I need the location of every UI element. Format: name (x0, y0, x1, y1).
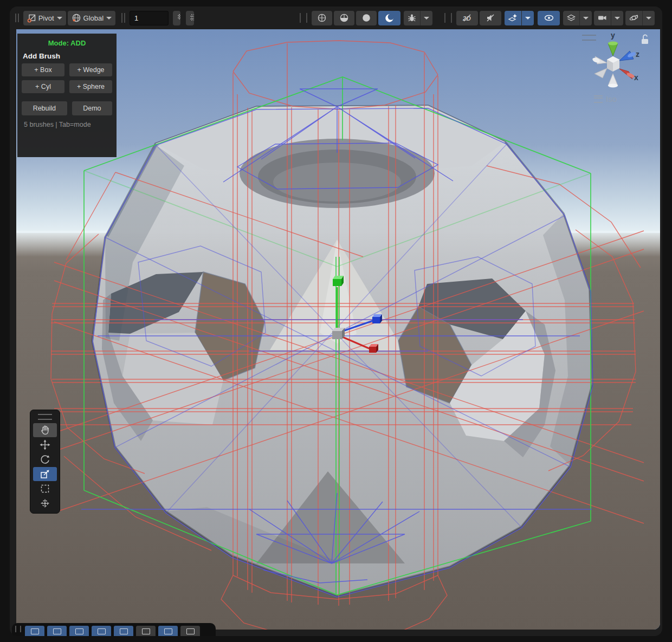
crescent-icon (384, 13, 395, 23)
bottom-toolbar (12, 623, 216, 636)
lock-icon[interactable] (642, 35, 648, 44)
tools-drag-handle[interactable] (38, 414, 52, 420)
gizmo-cube[interactable] (607, 56, 619, 72)
effects-group (505, 11, 534, 25)
half-sphere-icon (339, 13, 349, 23)
layers-group (563, 11, 592, 25)
scene-visibility-button[interactable] (538, 11, 560, 25)
gizmo-y-handle[interactable] (333, 276, 344, 286)
add-box-button[interactable]: + Box (22, 63, 64, 76)
lighting-toggle-button[interactable] (356, 11, 377, 25)
orientation-gizmo: y z x Iso (581, 30, 657, 139)
demo-button[interactable]: Demo (72, 101, 112, 115)
audio-mute-icon (486, 13, 495, 23)
global-dropdown[interactable]: Global (68, 11, 116, 25)
scene-lighting-button[interactable] (378, 11, 400, 25)
toolbar-separator (121, 13, 125, 23)
debug-caret[interactable] (420, 11, 432, 25)
chevron-down-icon (57, 17, 62, 20)
projection-toggle[interactable]: Iso (594, 94, 617, 103)
axis-y-label: y (611, 31, 615, 40)
gizmo-x-handle[interactable] (369, 344, 378, 353)
toolbar-separator (300, 13, 307, 23)
rotate-icon (40, 454, 50, 465)
bottom-toggle-2[interactable] (47, 626, 67, 636)
pivot-dropdown[interactable]: Pivot (23, 11, 66, 25)
debug-bug-icon (407, 13, 417, 23)
pivot-label: Pivot (38, 14, 54, 22)
shaded-wire-button[interactable] (334, 11, 354, 25)
layers-icon (566, 13, 576, 23)
bottom-toggle-8[interactable] (180, 626, 200, 636)
view-toggles-group: 2D (440, 11, 657, 25)
rect-tool-button[interactable] (33, 482, 57, 496)
bottom-toolbar-handle[interactable] (15, 626, 21, 632)
shading-mode-button[interactable] (312, 11, 332, 25)
rebuild-button[interactable]: Rebuild (22, 101, 67, 115)
scale-tool-button[interactable] (33, 467, 57, 481)
pivot-icon (27, 14, 36, 23)
effects-star-icon (508, 13, 518, 23)
axis-z-label: z (636, 50, 639, 59)
debug-button[interactable] (404, 11, 420, 25)
camera-group (594, 11, 623, 25)
wire-sphere-icon (317, 13, 327, 23)
grid-axis-icon: Y (176, 13, 181, 23)
grid-axis-button[interactable]: Y (173, 11, 181, 25)
axis-neg-z-cone (595, 68, 607, 78)
filled-circle-icon (361, 13, 371, 23)
transform-tool-button[interactable] (33, 496, 57, 510)
globe-icon (72, 13, 81, 23)
tools-overlay (30, 410, 60, 514)
snap-grid-button[interactable] (186, 11, 194, 25)
2d-toggle-icon: 2D (462, 13, 473, 23)
rotate-tool-button[interactable] (33, 452, 57, 466)
rect-icon (40, 483, 50, 494)
camera-caret[interactable] (611, 11, 623, 25)
brush-count-status: 5 brushes | Tab=mode (24, 121, 117, 128)
add-wedge-button[interactable]: + Wedge (69, 63, 112, 76)
bottom-toggle-1[interactable] (25, 626, 44, 636)
bottom-toggle-7[interactable] (158, 626, 178, 636)
transform-icon (40, 498, 50, 509)
bottom-toggle-6[interactable] (136, 626, 156, 636)
axis-x-handle[interactable] (619, 69, 635, 79)
camera-button[interactable] (594, 11, 611, 25)
gizmos-caret[interactable] (642, 11, 655, 25)
bottom-toggle-4[interactable] (92, 626, 111, 636)
toolbar-separator (444, 13, 452, 23)
gizmo-center-handle[interactable] (332, 328, 345, 339)
layers-button[interactable] (563, 11, 579, 25)
gizmo-orbit-icon (629, 13, 639, 23)
bottom-toggle-5[interactable] (114, 626, 133, 636)
layers-caret[interactable] (579, 11, 592, 25)
2d-toggle-button[interactable]: 2D (456, 11, 478, 25)
effects-button[interactable] (505, 11, 521, 25)
gizmo-z-handle[interactable] (372, 314, 382, 323)
effects-caret[interactable] (521, 11, 534, 25)
gizmos-button[interactable] (625, 11, 642, 25)
move-icon (40, 439, 50, 450)
scene-view: Mode: ADD Add Brush + Box + Wedge + Cyl … (16, 29, 660, 630)
axis-z-handle[interactable] (619, 51, 636, 61)
hand-tool-button[interactable] (33, 423, 57, 437)
camera-icon (597, 13, 608, 23)
global-label: Global (83, 14, 104, 22)
move-tool-button[interactable] (33, 438, 57, 452)
add-cyl-button[interactable]: + Cyl (22, 80, 64, 93)
scene-toolbar: Pivot Global Y (10, 7, 662, 29)
add-sphere-button[interactable]: + Sphere (69, 80, 112, 93)
toolbar-drag-handle[interactable] (15, 14, 19, 22)
audio-toggle-button[interactable] (480, 11, 501, 25)
projection-label: Iso (606, 94, 617, 103)
axis-y-handle[interactable] (608, 41, 618, 56)
chevron-down-icon (106, 17, 112, 20)
axis-x-label: x (634, 73, 638, 82)
csg-tool-panel: Mode: ADD Add Brush + Box + Wedge + Cyl … (17, 34, 117, 157)
orientation-drag-handle[interactable] (582, 35, 596, 41)
gizmos-group (625, 11, 655, 25)
bottom-toggle-3[interactable] (69, 626, 89, 636)
grid-size-input[interactable] (130, 11, 169, 25)
grid-visibility-group: Y (173, 11, 181, 25)
hand-icon (40, 425, 50, 436)
